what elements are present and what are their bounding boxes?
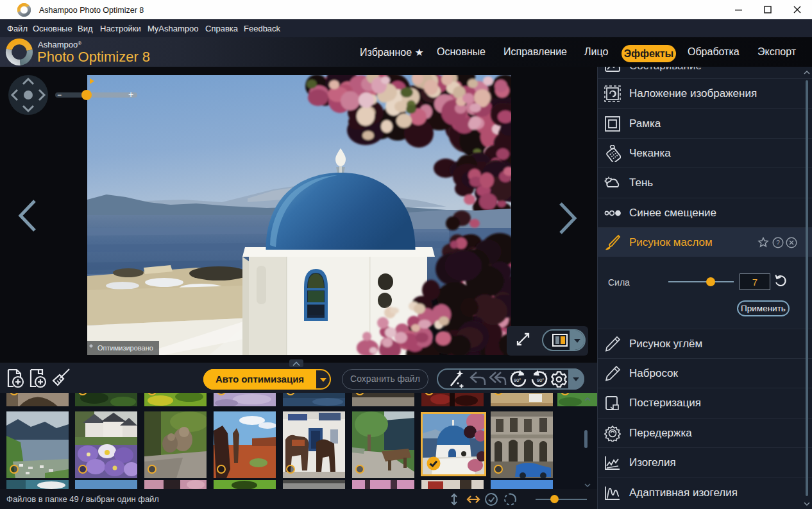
svg-text:90°: 90°	[514, 377, 521, 383]
svg-text:Оптимизировано: Оптимизировано	[97, 344, 153, 352]
svg-text:?: ?	[776, 239, 780, 246]
svg-text:90°: 90°	[537, 377, 544, 383]
